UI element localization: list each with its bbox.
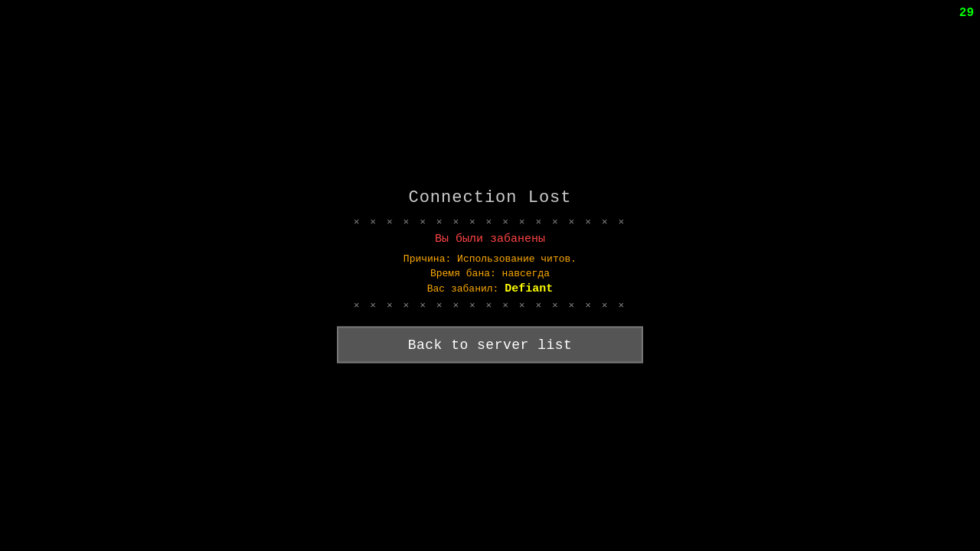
decorative-bottom-line: × × × × × × × × × × × × × × × × ×	[337, 300, 643, 311]
center-container: Connection Lost × × × × × × × × × × × × …	[337, 188, 643, 364]
banned-by-label: Вас забанил:	[427, 283, 499, 295]
reason-label: Причина:	[403, 253, 451, 265]
duration-value: навсегда	[502, 268, 550, 279]
fps-counter: 29	[959, 6, 974, 20]
banned-message: Вы были забанены	[337, 233, 643, 246]
banned-by-text: Вас забанил: Defiant	[337, 282, 643, 295]
banned-by-name: Defiant	[505, 282, 553, 295]
back-to-server-list-button[interactable]: Back to server list	[337, 327, 643, 364]
decorative-top-line: × × × × × × × × × × × × × × × × ×	[337, 217, 643, 228]
reason-text: Причина: Использование читов.	[337, 253, 643, 265]
duration-text: Время бана: навсегда	[337, 268, 643, 279]
duration-label: Время бана:	[430, 268, 496, 279]
reason-value: Использование читов.	[457, 253, 577, 265]
connection-lost-title: Connection Lost	[337, 188, 643, 207]
